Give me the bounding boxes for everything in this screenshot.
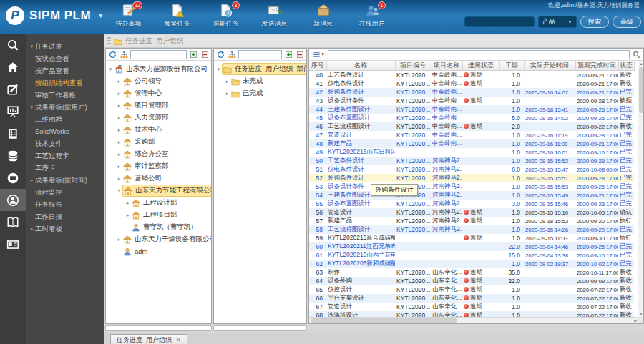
column-header[interactable]: 预期完成时间 <box>575 61 618 71</box>
expand-arrow-icon[interactable]: ▸ <box>116 127 122 133</box>
expand-arrow-icon[interactable]: ▸ <box>116 152 122 157</box>
search-icon[interactable] <box>633 51 640 59</box>
table-row[interactable]: 43设备设计条件KYTL2020...中金岭南...逾期1.02020-09-2… <box>309 97 634 105</box>
expand-all-button[interactable] <box>283 49 293 59</box>
strip-item-edit[interactable] <box>0 78 26 100</box>
sidebar-item[interactable]: 流程监控 <box>26 186 104 198</box>
horizontal-scrollbar-thumb[interactable] <box>311 318 457 323</box>
expand-arrow-icon[interactable]: ▸ <box>116 115 122 121</box>
sidebar-item[interactable]: 工作日报 <box>26 210 104 222</box>
tree-node[interactable]: ▾任务进度_用户组织_部门 <box>214 63 306 75</box>
horizontal-scrollbar[interactable]: ▶ <box>309 317 638 323</box>
table-row[interactable]: 45设备布置图设计KYTL2020...中金岭南...5.02020-09-16… <box>309 114 634 122</box>
expand-arrow-icon[interactable]: ▸ <box>116 139 122 145</box>
column-header[interactable]: 序号 <box>309 61 326 71</box>
strip-item-idcard[interactable] <box>0 233 26 255</box>
tree-node[interactable]: ▸山东天力干燥设备有限公司 <box>106 233 211 245</box>
tree-node[interactable]: ▸未完成 <box>214 75 306 87</box>
tree-node[interactable]: ▸采购部 <box>106 136 211 148</box>
dept-tree-filter-input[interactable] <box>238 50 282 59</box>
table-row[interactable]: 67管道设计KYTL2020...山东辛化...逾期1.02020-07-22 … <box>309 303 634 311</box>
sidebar-item[interactable]: 按产品查看 <box>26 64 104 77</box>
sidebar-item[interactable]: 按状态查看 <box>26 52 104 64</box>
table-row[interactable]: 44土建条件图设计KYTL2020...中金岭南...1.02020-09-18… <box>309 105 634 114</box>
tree-node[interactable]: ▸审计监察部 <box>106 160 211 172</box>
expand-arrow-icon[interactable]: ▸ <box>125 212 131 218</box>
collapse-arrow-icon[interactable]: ▾ <box>107 67 114 72</box>
expand-all-button[interactable] <box>188 49 198 59</box>
tree-node[interactable]: ▸公司领导 <box>106 75 211 87</box>
scroll-down-arrow-icon[interactable]: ▼ <box>638 311 644 317</box>
vertical-scrollbar-thumb[interactable] <box>639 67 643 113</box>
scroll-up-arrow-icon[interactable]: ▲ <box>638 61 644 67</box>
org-tree-filter-input[interactable] <box>130 50 187 59</box>
table-row[interactable]: 41仪电条件设计KYTL2020...中金岭南...逾期1.02020-09-2… <box>309 79 634 88</box>
sidebar-item[interactable]: 任务报告 <box>26 198 104 210</box>
expand-arrow-icon[interactable]: ▸ <box>224 91 230 97</box>
column-header[interactable]: 名称 <box>326 61 395 71</box>
table-row[interactable]: 57新建产品KYTL2020...河南神马2...逾期1.02020-09-18… <box>309 217 634 225</box>
warn-toolbar-button[interactable]: 预警任务 <box>157 3 197 31</box>
sidebar-item[interactable]: 按组织结构查看 <box>26 77 104 89</box>
collapse-arrow-icon[interactable]: ▾ <box>215 67 222 72</box>
sidebar-item[interactable]: 审核工作看板 <box>26 89 104 101</box>
table-row[interactable]: 54土建条件图设计KYTL2020...河南神马2...1.02020-09-1… <box>309 191 634 200</box>
tree-node[interactable]: adm <box>106 245 211 257</box>
tree-node[interactable]: ▸营销公司 <box>106 172 211 185</box>
column-header[interactable]: 进展状态 <box>462 61 499 71</box>
table-row[interactable]: 56管道设计KYTL2020...河南神马2...逾期1.02020-09-15… <box>309 208 634 217</box>
sidebar-item[interactable]: ▾成果看板(按用户) <box>26 101 104 113</box>
table-row[interactable]: 68洗涤塔设计KYTL2020...山东辛化...逾期1.02020-07-22… <box>309 311 634 317</box>
app-logo[interactable]: P SIPM PLM ▼ <box>6 6 104 25</box>
strip-item-building[interactable] <box>0 122 26 144</box>
view-menu-button[interactable]: ▾ <box>311 49 326 59</box>
table-row[interactable]: 49KYTL2020216山东日科闪...1.02020-09-16 10:01… <box>309 148 634 157</box>
expand-arrow-icon[interactable]: ▸ <box>125 200 131 206</box>
advanced-search-button[interactable]: 高级 <box>613 16 641 28</box>
column-header[interactable]: 实际开始时间 <box>524 61 575 71</box>
expand-arrow-icon[interactable]: ▸ <box>116 237 122 242</box>
table-row[interactable]: 55设备布置图设计KYTL2020...河南神马2...3.02020-09-1… <box>309 200 634 208</box>
sidebar-item[interactable]: ▾任务进度 <box>26 40 104 52</box>
tree-node[interactable]: ▸人力资源部 <box>106 112 211 124</box>
table-row[interactable]: 63制作KYTL2020...山东辛化...逾期35.02020-10-11 1… <box>309 268 634 277</box>
collapse-arrow-icon[interactable]: ▾ <box>116 188 122 194</box>
sidebar-item[interactable]: ▸成果看板(按时间) <box>26 174 104 186</box>
tab-task-progress[interactable]: 任务进度_用户组织 ✕ <box>110 334 187 344</box>
table-row[interactable]: 65仪控设计KYTL2020...山东辛化...逾期1.02020-07-22 … <box>309 285 634 294</box>
table-row[interactable]: 46工艺流程图设计KYTL2020...中金岭南...逾期2.02020-09-… <box>309 122 634 131</box>
users-toolbar-button[interactable]: 在线用户1 <box>352 3 391 31</box>
sidebar-item[interactable]: ▸工时看板 <box>26 222 104 235</box>
scroll-right-arrow-icon[interactable]: ▶ <box>634 318 637 324</box>
table-row[interactable]: 59KYTL2020215新合成碳酸...逾期1.02020-09-15 11:… <box>309 234 634 242</box>
tree-node[interactable]: ▸技术中心 <box>106 124 211 136</box>
todo-toolbar-button[interactable]: 待办事项12 <box>109 3 148 31</box>
collapse-all-button[interactable] <box>295 49 305 59</box>
expand-arrow-icon[interactable]: ▸ <box>29 174 35 186</box>
close-icon[interactable]: ✕ <box>176 337 181 343</box>
tree-node[interactable]: ▾山东天力节能工程有限公司 <box>106 185 211 197</box>
strip-item-database[interactable] <box>0 144 26 167</box>
table-row[interactable]: 48新建产品KYTL2020...中金岭南...1.02020-09-16 11… <box>309 139 634 148</box>
tree-node[interactable]: ▸管理中心 <box>106 87 211 99</box>
expand-arrow-icon[interactable]: ▸ <box>116 164 122 169</box>
expand-arrow-icon[interactable]: ▸ <box>29 222 35 235</box>
collapse-arrow-icon[interactable]: ▾ <box>29 101 35 113</box>
new-toolbar-button[interactable]: 新消息 <box>303 3 343 31</box>
collapse-arrow-icon[interactable]: ▾ <box>29 40 35 52</box>
table-row[interactable]: 58工艺流程图设计KYTL2020...河南神马2...1.02020-09-1… <box>309 225 634 234</box>
sidebar-item[interactable]: 二维图档 <box>26 113 104 125</box>
refresh-button[interactable] <box>215 49 225 59</box>
expand-arrow-icon[interactable]: ▸ <box>224 79 230 84</box>
table-filter-input[interactable] <box>328 50 630 59</box>
drag-grip-icon[interactable] <box>107 37 111 46</box>
refresh-button[interactable] <box>107 49 117 59</box>
strip-item-search[interactable] <box>0 34 26 56</box>
clock-toolbar-button[interactable]: 逾期任务3 <box>206 3 245 31</box>
table-row[interactable]: 61KYTL2020210山西兰花电...15.02020-09-04 13:3… <box>309 251 634 260</box>
collapse-all-button[interactable] <box>200 49 210 59</box>
send-toolbar-button[interactable]: 发送消息 <box>255 3 294 31</box>
table-row[interactable]: 50工艺条件设计KYTL2020...河南神马2...1.02020-09-15… <box>309 157 634 165</box>
sidebar-item[interactable]: 技术文件 <box>26 137 104 149</box>
table-row[interactable]: 53设备设计条件KYTL2020...河南神马2...1.02020-09-15… <box>309 182 634 191</box>
